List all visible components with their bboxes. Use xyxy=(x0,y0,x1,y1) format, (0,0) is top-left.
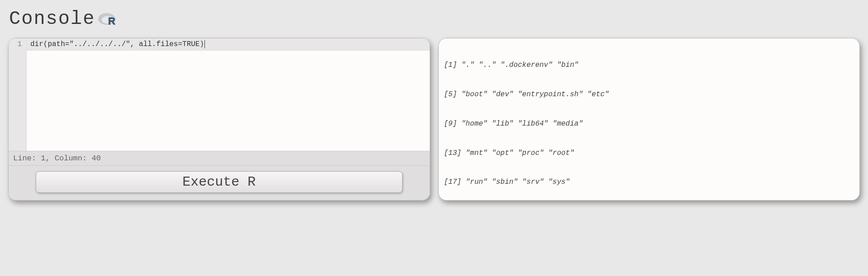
output-line: [17] "run" "sbin" "srv" "sys" xyxy=(444,178,854,187)
output-line: [13] "mnt" "opt" "proc" "root" xyxy=(444,149,854,159)
output-content: [1] "." ".." ".dockerenv" "bin" [5] "boo… xyxy=(439,38,860,201)
gutter-line-number: 1 xyxy=(12,40,22,48)
cursor-icon xyxy=(204,40,205,48)
output-panel: [1] "." ".." ".dockerenv" "bin" [5] "boo… xyxy=(438,38,860,201)
output-line: [1] "." ".." ".dockerenv" "bin" xyxy=(444,61,854,70)
panels-container: 1 dir(path="../../../../", all.files=TRU… xyxy=(8,38,860,201)
line-gutter: 1 xyxy=(9,38,27,151)
r-logo-icon: R xyxy=(98,11,118,27)
svg-text:R: R xyxy=(108,15,115,27)
page-title: Console xyxy=(9,8,95,30)
button-row: Execute R xyxy=(9,165,430,200)
header: Console R xyxy=(8,8,860,30)
status-bar: Line: 1, Column: 40 xyxy=(9,151,430,165)
execute-button[interactable]: Execute R xyxy=(36,171,403,193)
editor-panel: 1 dir(path="../../../../", all.files=TRU… xyxy=(8,38,430,201)
output-line: [5] "boot" "dev" "entrypoint.sh" "etc" xyxy=(444,90,854,100)
code-editor[interactable]: 1 dir(path="../../../../", all.files=TRU… xyxy=(9,38,430,151)
output-line: [9] "home" "lib" "lib64" "media" xyxy=(444,119,854,129)
code-line: dir(path="../../../../", all.files=TRUE) xyxy=(30,40,204,48)
code-content[interactable]: dir(path="../../../../", all.files=TRUE) xyxy=(27,38,430,151)
